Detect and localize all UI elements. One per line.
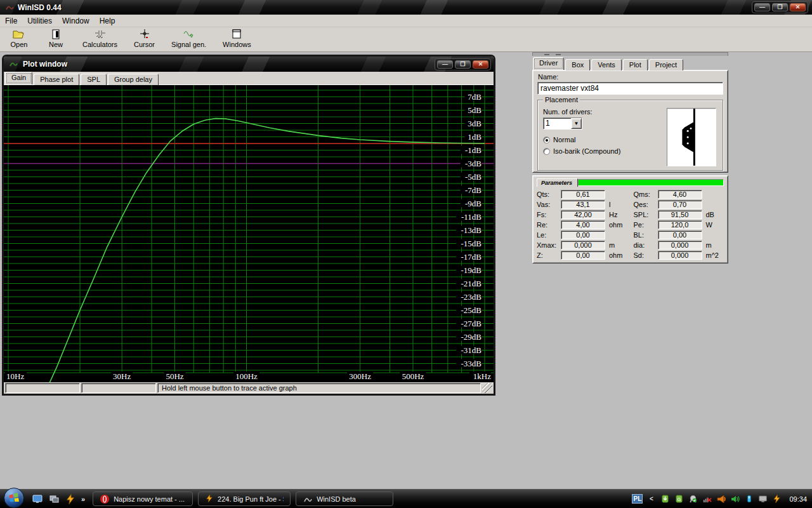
plot-tab-spl[interactable]: SPL: [81, 74, 107, 85]
taskbar-button-2[interactable]: 224. Big Pun ft Joe - S...: [198, 491, 291, 506]
language-indicator[interactable]: PL: [632, 494, 643, 504]
driver-tab-plot[interactable]: Plot: [623, 59, 648, 70]
plot-tab-phase-plot[interactable]: Phase plot: [34, 74, 79, 85]
driver-name-input[interactable]: [537, 82, 723, 95]
parameter-row-qes: Qes:0,70: [634, 199, 724, 210]
app-icon: [5, 3, 14, 12]
y-axis-label: -31dB: [461, 345, 482, 355]
windows-icon: [230, 29, 243, 40]
parameters-tab[interactable]: Parameters: [537, 178, 578, 187]
display-icon[interactable]: [757, 494, 768, 504]
parameter-value-field[interactable]: 42,00: [561, 210, 605, 219]
parameter-row-xmax: Xmax:0,000m: [537, 240, 627, 250]
parameter-label: Z:: [537, 251, 561, 259]
quicklaunch-overflow-chevron-icon[interactable]: »: [81, 495, 84, 503]
plot-restore-button[interactable]: ❐: [455, 60, 471, 69]
menu-item-file[interactable]: File: [0, 15, 22, 27]
battery-icon[interactable]: [743, 494, 754, 504]
menu-item-utilities[interactable]: Utilities: [22, 15, 57, 27]
winamp-tray-icon[interactable]: [771, 494, 782, 504]
toolbar-button-new[interactable]: New: [42, 27, 70, 49]
driver-tab-box[interactable]: Box: [565, 59, 590, 70]
parameter-row-sd: Sd:0,000m^2: [634, 250, 724, 260]
minimize-button[interactable]: —: [754, 3, 770, 11]
parameter-value-field[interactable]: 0,00: [561, 251, 605, 260]
gadu-gadu-icon[interactable]: G: [674, 494, 684, 504]
restore-button[interactable]: ❐: [772, 3, 788, 11]
radio-button-icon[interactable]: [543, 137, 550, 144]
y-axis-label: 7dB: [468, 92, 481, 102]
x-axis-label: 30Hz: [113, 371, 131, 381]
speaker-baffle-icon: [667, 109, 716, 166]
menu-item-help[interactable]: Help: [95, 15, 121, 27]
winamp-quicklaunch-icon[interactable]: [65, 494, 76, 504]
toolbar-button-open[interactable]: Open: [5, 27, 33, 49]
window-switcher-icon[interactable]: [48, 494, 60, 504]
parameter-value-field[interactable]: 0,70: [658, 200, 702, 209]
toolbar-button-windows[interactable]: Windows: [219, 27, 255, 49]
taskbar-button-3[interactable]: WinISD beta: [296, 491, 393, 506]
resize-grip[interactable]: [482, 383, 492, 393]
taskbar: » Napisz nowy temat - ...224. Big Pun ft…: [0, 489, 812, 508]
driver-tab-driver[interactable]: Driver: [533, 57, 564, 70]
parameter-value-field[interactable]: 4,60: [658, 190, 702, 199]
parameter-value-field[interactable]: 0,00: [658, 231, 702, 239]
y-axis-label: -23dB: [461, 292, 482, 302]
parameter-value-field[interactable]: 0,61: [561, 190, 605, 199]
plot-status-bar: Hold left mouse button to trace active g…: [4, 382, 494, 394]
plot-area[interactable]: 7dB5dB3dB1dB-1dB-3dB-5dB-7dB-9dB-11dB-13…: [4, 85, 494, 382]
num-drivers-value: 1: [544, 118, 571, 129]
chevron-down-icon[interactable]: ▼: [571, 118, 582, 129]
parameter-value-field[interactable]: 0,000: [658, 241, 702, 250]
plot-window-controls: — ❐ ✕: [435, 58, 491, 70]
horn-volume-icon[interactable]: [716, 494, 726, 504]
y-axis-label: -9dB: [465, 199, 481, 208]
num-drivers-combobox[interactable]: 1 ▼: [543, 117, 582, 130]
download-manager-icon[interactable]: [660, 494, 671, 504]
parameter-label: SPL:: [634, 211, 658, 218]
toolbar-button-cursor[interactable]: Cursor: [130, 27, 159, 49]
plot-close-button[interactable]: ✕: [473, 60, 488, 69]
close-button[interactable]: ✕: [790, 3, 806, 11]
status-panel-1: [5, 383, 80, 393]
parameter-value-field[interactable]: 4,00: [561, 220, 605, 229]
parameter-value-field[interactable]: 0,00: [561, 231, 605, 239]
plot-tab-group-delay[interactable]: Group delay: [108, 74, 159, 85]
network-disconnected-icon[interactable]: [702, 494, 712, 504]
security-badge-icon[interactable]: [688, 494, 698, 504]
y-axis-label: -11dB: [461, 212, 481, 222]
winamp-icon: [205, 494, 214, 504]
parameter-value-field[interactable]: 43,1: [561, 200, 605, 209]
x-axis-label: 50Hz: [166, 371, 183, 381]
radio-button-icon[interactable]: [543, 148, 550, 155]
volume-icon[interactable]: [730, 494, 740, 504]
parameter-unit: W: [702, 221, 724, 229]
plot-window-title: Plot window: [23, 60, 67, 69]
plot-tab-gain[interactable]: Gain: [5, 72, 32, 84]
toolbar-button-calculators[interactable]: Calculators: [79, 27, 121, 49]
toolbar-button-signal-gen[interactable]: Signal gen.: [167, 27, 210, 49]
taskbar-button-1[interactable]: Napisz nowy temat - ...: [93, 491, 193, 506]
parameter-row-spl: SPL:91,50dB: [634, 210, 724, 220]
parameter-value-field[interactable]: 120,0: [658, 220, 702, 229]
driver-tab-project[interactable]: Project: [649, 59, 683, 70]
plot-window: Plot window — ❐ ✕ GainPhase plotSPLGroup…: [2, 55, 495, 396]
start-button[interactable]: [4, 488, 24, 508]
show-desktop-icon[interactable]: [32, 494, 43, 504]
plot-minimize-button[interactable]: —: [437, 60, 453, 69]
parameter-row-dia: dia:0,000m: [634, 240, 724, 250]
menu-item-window[interactable]: Window: [57, 15, 95, 27]
parameters-header: Parameters: [537, 178, 724, 187]
collapse-chevron-icon[interactable]: <: [646, 494, 657, 504]
plot-window-titlebar[interactable]: Plot window — ❐ ✕: [4, 57, 494, 72]
parameter-value-field[interactable]: 0,000: [561, 241, 605, 250]
parameter-label: Fs:: [537, 211, 561, 218]
driver-tab-vents[interactable]: Vents: [591, 59, 622, 70]
parameter-label: Qes:: [634, 201, 658, 208]
y-axis-label: -27dB: [461, 319, 482, 328]
driver-name-label: Name:: [538, 73, 723, 81]
parameter-value-field[interactable]: 0,000: [658, 251, 702, 260]
parameter-label: Qts:: [537, 190, 561, 198]
gain-chart[interactable]: 7dB5dB3dB1dB-1dB-3dB-5dB-7dB-9dB-11dB-13…: [4, 85, 494, 382]
parameter-value-field[interactable]: 91,50: [658, 210, 702, 219]
